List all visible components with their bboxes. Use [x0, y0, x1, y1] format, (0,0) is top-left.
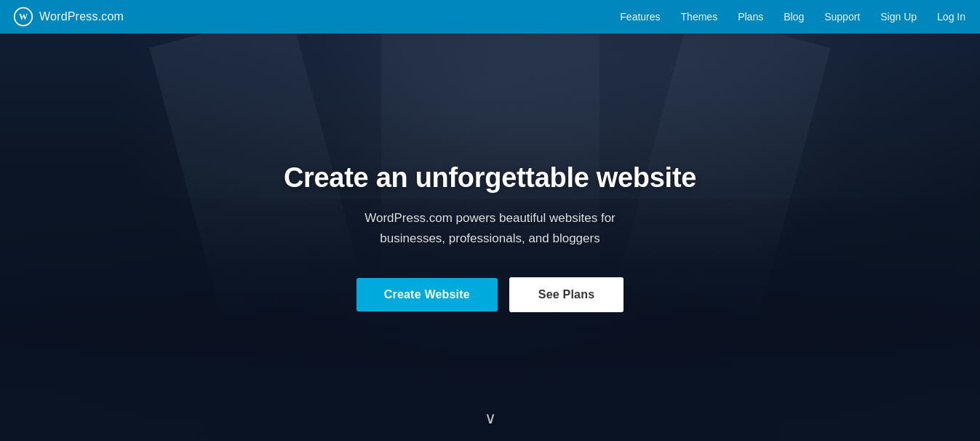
- svg-text:W: W: [19, 12, 28, 22]
- hero-content: Create an unforgettable website WordPres…: [284, 129, 696, 311]
- hero-section: Create an unforgettable website WordPres…: [0, 0, 980, 441]
- see-plans-button[interactable]: See Plans: [509, 277, 624, 312]
- header: W WordPress.com Features Themes Plans Bl…: [0, 0, 980, 33]
- create-website-button[interactable]: Create Website: [356, 278, 498, 311]
- hero-title: Create an unforgettable website: [284, 162, 696, 194]
- main-nav: Features Themes Plans Blog Support Sign …: [620, 11, 965, 23]
- hero-subtitle-line2: businesses, professionals, and bloggers: [380, 231, 599, 245]
- logo-link[interactable]: W WordPress.com: [13, 7, 124, 27]
- nav-support[interactable]: Support: [824, 11, 860, 23]
- nav-signup[interactable]: Sign Up: [880, 11, 917, 23]
- hero-subtitle: WordPress.com powers beautiful websites …: [284, 208, 696, 247]
- nav-login[interactable]: Log In: [937, 11, 965, 23]
- wordpress-logo-icon: W: [13, 7, 33, 27]
- logo-text: WordPress.com: [39, 10, 124, 23]
- hero-subtitle-line1: WordPress.com powers beautiful websites …: [364, 211, 616, 225]
- nav-features[interactable]: Features: [620, 11, 660, 23]
- nav-plans[interactable]: Plans: [738, 11, 763, 23]
- nav-blog[interactable]: Blog: [784, 11, 804, 23]
- nav-themes[interactable]: Themes: [681, 11, 718, 23]
- scroll-down-chevron[interactable]: ∨: [485, 409, 496, 428]
- hero-buttons: Create Website See Plans: [284, 277, 696, 312]
